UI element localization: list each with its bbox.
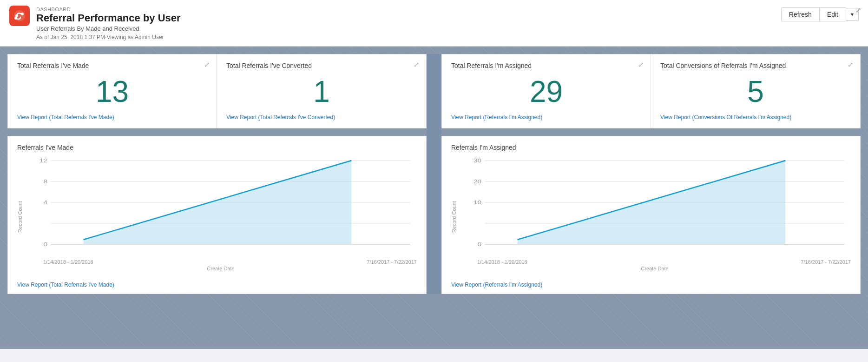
refresh-button[interactable]: Refresh [781,7,820,21]
header-title: Referral Performance by User [36,12,181,24]
chart-link-right[interactable]: View Report (Referrals I'm Assigned) [451,282,851,288]
edit-button[interactable]: Edit [820,7,846,21]
card-link-4[interactable]: View Report (Conversions Of Referrals I'… [660,114,851,121]
vertical-divider-bottom [427,136,441,294]
chart-card-left: ⤢ Referrals I've Made Record Count 12 8 [7,136,427,294]
header: DASHBOARD Referral Performance by User U… [0,0,868,47]
svg-text:0: 0 [44,242,48,248]
chart-area-right: Record Count 30 20 10 0 [451,156,851,278]
card-title-4: Total Conversions of Referrals I'm Assig… [660,62,851,69]
header-titles: DASHBOARD Referral Performance by User U… [36,6,181,40]
main-content: ⤢ Total Referrals I've Made 13 View Repo… [0,47,868,349]
right-cards: ⤢ Total Referrals I'm Assigned 29 View R… [441,54,861,128]
expand-icon-chart-right[interactable]: ⤢ [855,7,861,13]
chart-card-right: ⤢ Referrals I'm Assigned Record Count 30… [441,136,861,294]
svg-text:30: 30 [473,158,481,164]
left-cards: ⤢ Total Referrals I've Made 13 View Repo… [7,54,427,128]
expand-icon-1[interactable]: ⤢ [204,61,210,68]
chart-svg-right: 30 20 10 0 [459,156,851,258]
x-tick-right-1: 1/14/2018 - 1/20/2018 [477,259,527,265]
y-axis-label-left: Record Count [17,156,23,278]
svg-text:12: 12 [39,158,47,164]
x-tick-right-2: 7/16/2017 - 7/22/2017 [801,259,851,265]
card-value-3: 29 [451,73,641,110]
header-subtitle: User Referrals By Made and Received [36,25,181,32]
card-title-2: Total Referrals I've Converted [226,62,417,69]
card-value-1: 13 [17,73,207,110]
svg-point-3 [15,14,18,17]
top-cards-section: ⤢ Total Referrals I've Made 13 View Repo… [7,54,861,128]
expand-icon-3[interactable]: ⤢ [638,61,644,68]
header-actions: Refresh Edit ▾ [781,7,859,21]
expand-icon-2[interactable]: ⤢ [414,61,420,68]
x-tick-left-2: 7/16/2017 - 7/22/2017 [367,259,417,265]
card-value-2: 1 [226,73,417,110]
card-link-1[interactable]: View Report (Total Referrals I've Made) [17,114,207,121]
chart-svg-left: 12 8 4 0 [25,156,417,258]
card-title-3: Total Referrals I'm Assigned [451,62,641,69]
svg-point-1 [21,13,24,15]
chart-link-left[interactable]: View Report (Total Referrals I've Made) [17,282,417,288]
dropdown-arrow-icon: ▾ [851,11,854,18]
x-tick-left-1: 1/14/2018 - 1/20/2018 [43,259,93,265]
y-axis-label-right: Record Count [451,156,457,278]
svg-text:0: 0 [478,242,482,248]
svg-text:10: 10 [473,200,481,206]
card-total-referrals-assigned: ⤢ Total Referrals I'm Assigned 29 View R… [441,54,651,128]
chart-title-left: Referrals I've Made [17,144,417,151]
x-axis-label-left: Create Date [25,266,417,271]
svg-text:20: 20 [473,179,481,185]
card-total-conversions-assigned: ⤢ Total Conversions of Referrals I'm Ass… [651,54,861,128]
card-total-referrals-converted: ⤢ Total Referrals I've Converted 1 View … [217,54,427,128]
charts-section: ⤢ Referrals I've Made Record Count 12 8 [7,136,861,294]
svg-text:8: 8 [44,179,48,185]
card-value-4: 5 [660,73,851,110]
card-total-referrals-made: ⤢ Total Referrals I've Made 13 View Repo… [7,54,217,128]
expand-icon-4[interactable]: ⤢ [848,61,854,68]
vertical-divider-top [427,54,441,128]
app-logo [9,6,30,26]
header-left: DASHBOARD Referral Performance by User U… [9,6,181,40]
card-title-1: Total Referrals I've Made [17,62,207,69]
header-meta: As of Jan 25, 2018 1:37 PM·Viewing as Ad… [36,34,181,40]
card-link-3[interactable]: View Report (Referrals I'm Assigned) [451,114,641,121]
chart-area-left: Record Count 12 8 4 0 [17,156,417,278]
header-category: DASHBOARD [36,7,181,12]
row-divider [7,128,861,136]
svg-text:4: 4 [44,200,48,206]
card-link-2[interactable]: View Report (Total Referrals I've Conver… [226,114,417,121]
chart-title-right: Referrals I'm Assigned [451,144,851,151]
x-axis-label-right: Create Date [459,266,851,271]
